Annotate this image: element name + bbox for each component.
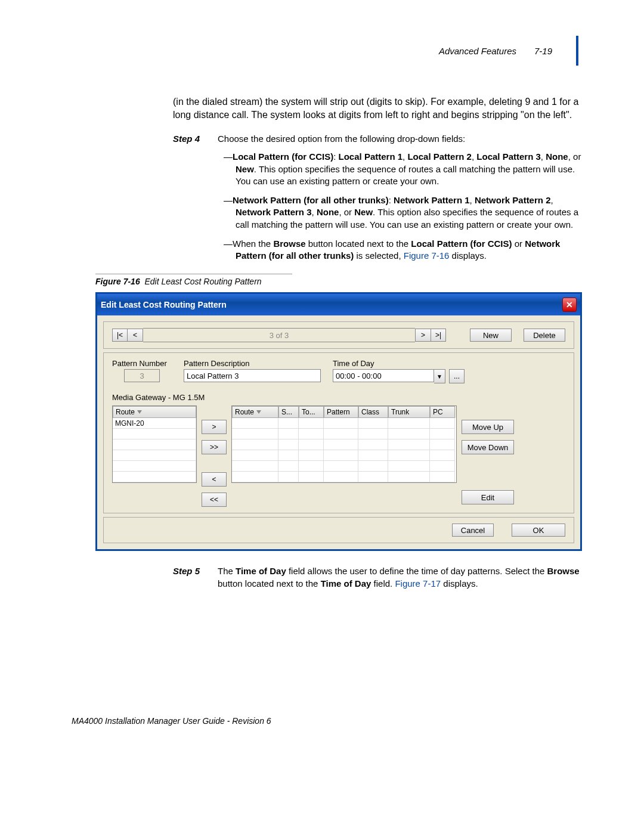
- table-row[interactable]: [232, 418, 456, 429]
- delete-button[interactable]: Delete: [524, 329, 565, 342]
- table-cell: [388, 439, 430, 450]
- table-row[interactable]: [232, 450, 456, 461]
- table-cell: [324, 429, 358, 439]
- table-cell: [113, 461, 196, 472]
- header-accent-bar: [576, 36, 578, 66]
- pattern-desc-field[interactable]: Local Pattern 3: [184, 369, 321, 382]
- step-5-label: Step 5: [173, 565, 218, 590]
- table-cell: [278, 429, 299, 439]
- sort-down-icon: [256, 410, 261, 414]
- time-of-day-label: Time of Day: [333, 359, 465, 368]
- selected-routes-grid[interactable]: RouteS...To...PatternClassTrunkPC: [231, 405, 457, 483]
- prev-record-button[interactable]: <: [128, 329, 143, 342]
- figure-7-17-link[interactable]: Figure 7-17: [395, 578, 441, 589]
- page-footer: MA4000 Installation Manager User Guide -…: [72, 716, 271, 726]
- dialog-nav-row: |< < 3 of 3 > >| New Delete: [103, 321, 574, 349]
- step-5-text: The Time of Day field allows the user to…: [218, 565, 584, 590]
- table-cell: [278, 461, 299, 472]
- right-grid-header[interactable]: To...: [299, 406, 324, 418]
- table-cell: [278, 450, 299, 461]
- figure-title: Edit Least Cost Routing Pattern: [144, 277, 261, 286]
- table-cell: [324, 472, 358, 482]
- table-cell: [430, 439, 455, 450]
- left-grid-header-route[interactable]: Route: [113, 406, 196, 418]
- table-row[interactable]: [113, 461, 196, 472]
- right-grid-header[interactable]: PC: [430, 406, 455, 418]
- edit-button[interactable]: Edit: [462, 490, 514, 504]
- table-row[interactable]: MGNI-20: [113, 418, 196, 429]
- table-cell: [299, 418, 324, 429]
- mover-buttons: > >> < <<: [202, 420, 227, 507]
- table-cell: [299, 450, 324, 461]
- bullet-browse: —When the Browse button located next to …: [224, 238, 584, 262]
- table-cell: [358, 450, 388, 461]
- table-row[interactable]: [113, 439, 196, 450]
- table-row[interactable]: [232, 439, 456, 450]
- table-cell: [278, 439, 299, 450]
- move-up-button[interactable]: Move Up: [462, 420, 514, 434]
- time-of-day-value: 00:00 - 00:00: [333, 369, 434, 382]
- figure-caption: Figure 7-16 Edit Least Cost Routing Patt…: [95, 274, 292, 286]
- table-cell: [430, 450, 455, 461]
- table-cell: [324, 450, 358, 461]
- right-grid-header[interactable]: S...: [278, 406, 299, 418]
- ok-button[interactable]: OK: [512, 524, 565, 537]
- table-cell: [388, 418, 430, 429]
- right-grid-header[interactable]: Trunk: [388, 406, 430, 418]
- table-row[interactable]: [232, 429, 456, 439]
- table-cell: [232, 450, 278, 461]
- table-cell: [388, 450, 430, 461]
- table-cell: [278, 472, 299, 482]
- table-cell: [358, 472, 388, 482]
- page-number: 7-19: [534, 46, 552, 56]
- last-record-button[interactable]: >|: [431, 329, 446, 342]
- table-cell: [232, 418, 278, 429]
- first-record-button[interactable]: |<: [112, 329, 128, 342]
- time-of-day-combo[interactable]: 00:00 - 00:00 ▼: [333, 369, 445, 383]
- table-cell: [232, 461, 278, 472]
- table-cell: [324, 461, 358, 472]
- table-cell: [388, 461, 430, 472]
- right-grid-header[interactable]: Pattern: [324, 406, 358, 418]
- table-row[interactable]: [232, 472, 456, 482]
- close-button[interactable]: ✕: [562, 298, 577, 312]
- close-icon: ✕: [566, 300, 573, 309]
- available-routes-grid[interactable]: Route MGNI-20: [112, 405, 197, 483]
- media-gateway-label: Media Gateway - MG 1.5M: [112, 393, 565, 402]
- cancel-button[interactable]: Cancel: [452, 524, 494, 537]
- table-cell: [388, 429, 430, 439]
- step-4: Step 4 Choose the desired option from th…: [173, 133, 584, 145]
- time-of-day-browse-button[interactable]: ...: [449, 369, 465, 383]
- table-cell: [358, 418, 388, 429]
- move-right-button[interactable]: >: [202, 420, 227, 434]
- right-grid-header[interactable]: Route: [232, 406, 278, 418]
- move-left-button[interactable]: <: [202, 472, 227, 487]
- move-all-left-button[interactable]: <<: [202, 493, 227, 507]
- new-button[interactable]: New: [470, 329, 512, 342]
- chevron-down-icon[interactable]: ▼: [434, 369, 445, 383]
- table-cell: [324, 418, 358, 429]
- right-grid-header[interactable]: Class: [358, 406, 388, 418]
- table-cell: [430, 429, 455, 439]
- intro-paragraph: (in the dialed stream) the system will s…: [173, 95, 584, 121]
- next-record-button[interactable]: >: [415, 329, 431, 342]
- dialog-titlebar: Edit Least Cost Routing Pattern ✕: [97, 294, 580, 315]
- dialog-title: Edit Least Cost Routing Pattern: [101, 300, 227, 309]
- table-cell: [232, 472, 278, 482]
- pattern-number-field: 3: [124, 369, 160, 382]
- table-row[interactable]: [113, 472, 196, 482]
- page-header: Advanced Features 7-19: [72, 36, 584, 66]
- table-row[interactable]: [113, 450, 196, 461]
- dialog-body: Pattern Number 3 Pattern Description Loc…: [103, 352, 574, 513]
- record-counter: 3 of 3: [143, 328, 415, 342]
- move-all-right-button[interactable]: >>: [202, 440, 227, 454]
- table-row[interactable]: [232, 461, 456, 472]
- figure-7-16-link[interactable]: Figure 7-16: [404, 250, 450, 261]
- table-row[interactable]: [113, 429, 196, 439]
- step-4-text: Choose the desired option from the follo…: [218, 133, 584, 145]
- move-down-button[interactable]: Move Down: [462, 440, 514, 454]
- table-cell: [430, 418, 455, 429]
- pattern-desc-label: Pattern Description: [184, 359, 321, 368]
- table-cell: [299, 472, 324, 482]
- bullet-network-pattern: —Network Pattern (for all other trunks):…: [224, 194, 584, 231]
